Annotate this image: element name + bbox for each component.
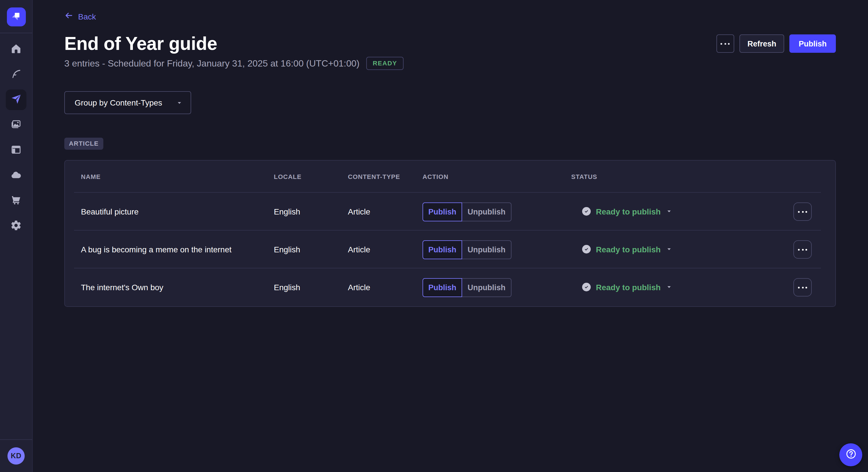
refresh-button[interactable]: Refresh — [739, 34, 784, 53]
release-details-page: KD Back End of Year guide Refresh Publis… — [0, 0, 868, 472]
more-horizontal-icon — [798, 248, 807, 250]
table-row: A bug is becoming a meme on the internet… — [65, 231, 835, 268]
sidebar-item-settings[interactable] — [6, 216, 26, 236]
publish-toggle-button[interactable]: Publish — [423, 240, 462, 259]
chevron-down-icon — [176, 100, 183, 106]
arrow-left-icon — [64, 11, 73, 22]
entry-more-button[interactable] — [794, 240, 812, 259]
sidebar-item-releases[interactable] — [6, 90, 26, 110]
entry-name: The internet's Own boy — [81, 283, 274, 292]
entry-name: Beautiful picture — [81, 207, 274, 216]
layout-icon — [10, 144, 22, 157]
entry-action-toggle: Publish Unpublish — [423, 240, 571, 259]
table-header-row: NAME LOCALE CONTENT-TYPE ACTION STATUS — [65, 161, 835, 193]
column-header-status: STATUS — [571, 173, 794, 180]
header-actions: Refresh Publish — [716, 34, 836, 53]
images-icon — [10, 119, 22, 132]
entry-locale: English — [274, 207, 348, 216]
entry-status-cell: Ready to publish — [571, 283, 794, 292]
entry-status-label: Ready to publish — [596, 207, 661, 216]
workspace-logo-button[interactable] — [7, 7, 26, 26]
entry-status-cell: Ready to publish — [571, 207, 794, 216]
group-by-label: Group by Content-Types — [74, 98, 162, 107]
table-row: Beautiful picture English Article Publis… — [65, 193, 835, 231]
gear-icon — [10, 220, 22, 233]
entries-table: NAME LOCALE CONTENT-TYPE ACTION STATUS B… — [64, 160, 836, 307]
entry-status-cell: Ready to publish — [571, 245, 794, 255]
group-by-dropdown[interactable]: Group by Content-Types — [64, 91, 191, 114]
column-header-locale: LOCALE — [274, 173, 348, 180]
back-link[interactable]: Back — [64, 11, 96, 21]
cart-icon — [10, 194, 22, 207]
publish-toggle-button[interactable]: Publish — [423, 202, 462, 221]
toolbar: Group by Content-Types — [64, 91, 836, 114]
page-title: End of Year guide — [64, 34, 217, 53]
home-icon — [10, 43, 22, 56]
sidebar-nav — [6, 39, 26, 236]
content-type-group-badge: ARTICLE — [64, 138, 103, 150]
release-subtitle: 3 entries - Scheduled for Friday, Januar… — [64, 58, 360, 69]
back-label: Back — [78, 12, 96, 21]
sidebar-item-content[interactable] — [6, 64, 26, 85]
chevron-down-icon — [666, 208, 672, 215]
entry-name: A bug is becoming a meme on the internet — [81, 245, 274, 254]
table-row: The internet's Own boy English Article P… — [65, 268, 835, 306]
help-button[interactable] — [839, 443, 862, 466]
paper-plane-icon — [10, 93, 22, 106]
publish-release-button[interactable]: Publish — [789, 34, 836, 53]
sidebar-item-cloud[interactable] — [6, 165, 26, 186]
cloud-icon — [10, 169, 22, 182]
more-horizontal-icon — [721, 43, 730, 44]
sidebar-item-builder[interactable] — [6, 140, 26, 161]
sidebar-item-marketplace[interactable] — [6, 191, 26, 211]
unpublish-toggle-button[interactable]: Unpublish — [462, 202, 512, 221]
entry-more-button[interactable] — [794, 278, 812, 297]
entry-locale: English — [274, 283, 348, 292]
entry-locale: English — [274, 245, 348, 254]
check-circle-icon — [582, 207, 591, 216]
entry-content-type: Article — [348, 245, 423, 254]
chevron-down-icon — [666, 246, 672, 252]
sidebar-item-media[interactable] — [6, 115, 26, 135]
release-more-button[interactable] — [716, 34, 734, 53]
avatar[interactable]: KD — [7, 447, 25, 465]
sidebar: KD — [0, 0, 33, 472]
sidebar-item-home[interactable] — [6, 39, 26, 60]
ready-status-badge: READY — [366, 57, 403, 70]
entry-status-trigger[interactable]: Ready to publish — [582, 283, 672, 292]
more-horizontal-icon — [798, 286, 807, 288]
main-content: Back End of Year guide Refresh Publish 3… — [32, 0, 868, 472]
check-circle-icon — [582, 283, 591, 292]
more-horizontal-icon — [798, 211, 807, 212]
entry-action-toggle: Publish Unpublish — [423, 278, 571, 297]
column-header-content-type: CONTENT-TYPE — [348, 173, 423, 180]
sidebar-footer: KD — [0, 439, 32, 472]
entry-status-trigger[interactable]: Ready to publish — [582, 245, 672, 254]
entry-status-label: Ready to publish — [596, 283, 661, 292]
subtitle-row: 3 entries - Scheduled for Friday, Januar… — [64, 57, 836, 70]
question-mark-icon — [845, 448, 857, 462]
column-header-action: ACTION — [423, 173, 571, 180]
publish-toggle-button[interactable]: Publish — [423, 278, 462, 297]
title-row: End of Year guide Refresh Publish — [64, 34, 836, 53]
chevron-down-icon — [666, 284, 672, 291]
sidebar-divider — [0, 33, 32, 33]
unpublish-toggle-button[interactable]: Unpublish — [462, 240, 512, 259]
entry-content-type: Article — [348, 283, 423, 292]
feather-icon — [10, 68, 22, 81]
column-header-name: NAME — [81, 173, 274, 180]
entry-more-button[interactable] — [794, 202, 812, 221]
strapi-logo-icon — [9, 9, 23, 25]
unpublish-toggle-button[interactable]: Unpublish — [462, 278, 512, 297]
entry-status-label: Ready to publish — [596, 245, 661, 254]
entry-content-type: Article — [348, 207, 423, 216]
check-circle-icon — [582, 245, 591, 254]
entry-status-trigger[interactable]: Ready to publish — [582, 207, 672, 216]
entry-action-toggle: Publish Unpublish — [423, 202, 571, 221]
